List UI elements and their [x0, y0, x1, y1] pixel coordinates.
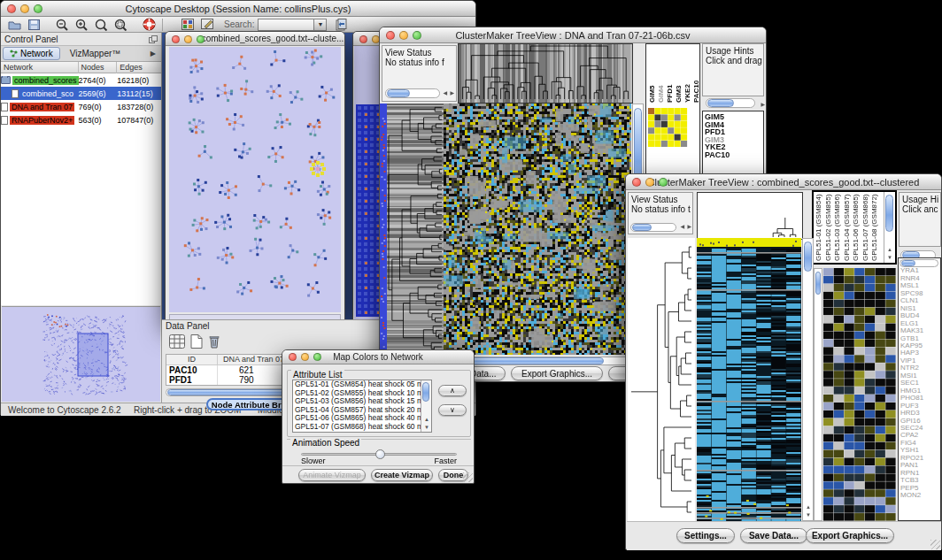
attribute-list-item[interactable]: GPL51-07 (GSM868) heat shock 60 min	[293, 423, 431, 432]
treeview2-titlebar[interactable]: ClusterMaker TreeView : combined_scores_…	[626, 174, 941, 190]
tv2-column-label[interactable]: GPL51-08 (GSM872)	[870, 192, 880, 261]
tab-network[interactable]: Network	[3, 47, 60, 60]
tv2-status-scrollbar[interactable]	[630, 223, 676, 232]
tv2-vscrollbar[interactable]: ▲ ▼	[802, 238, 814, 521]
scroll-left-arrow[interactable]: ◀	[680, 222, 684, 231]
tv2-column-label[interactable]: GPL51-07 (GSM868)	[861, 192, 871, 261]
search-dropdown-button[interactable]: ▼	[314, 19, 327, 31]
minimize-button[interactable]	[399, 31, 408, 40]
zoom-in-icon[interactable]	[72, 17, 91, 33]
tab-overflow-arrow[interactable]: ▶	[151, 50, 159, 58]
scroll-right-arrow[interactable]: ▶	[687, 222, 691, 231]
treeview1-titlebar[interactable]: ClusterMaker TreeView : DNA and Tran 07-…	[380, 27, 766, 43]
tv2-save-data-button[interactable]: Save Data...	[740, 528, 807, 543]
gene-list-hscrollbar[interactable]	[900, 259, 938, 267]
network-table-row[interactable]: combined_scores 2764(0) 16218(0)	[1, 73, 161, 87]
zoom-button[interactable]	[34, 4, 42, 13]
tv1-global-strip[interactable]	[380, 104, 387, 355]
tv2-mini-vscrollbar[interactable]	[814, 268, 822, 521]
resize-grip[interactable]	[463, 472, 473, 482]
move-up-button[interactable]: ∧	[438, 385, 467, 396]
attribute-list-scrollbar[interactable]: ▲ ▼	[421, 380, 431, 432]
tv2-labels-vscrollbar[interactable]: ▲ ▼	[884, 192, 895, 263]
tv1-column-label[interactable]: GIM4	[657, 44, 666, 103]
animate-vizmap-button[interactable]: Animate Vizmap	[298, 469, 366, 481]
minimize-button[interactable]	[301, 353, 309, 361]
network1-titlebar[interactable]: combined_scores_good.txt--cluste...	[166, 32, 344, 46]
scroll-down-arrow[interactable]: ▼	[887, 253, 892, 262]
minimize-button[interactable]	[20, 4, 29, 13]
tv2-column-label[interactable]: GPL51-01 (GSM854)	[815, 192, 824, 261]
close-button[interactable]	[386, 31, 395, 40]
zoom-fit-icon[interactable]	[91, 17, 111, 33]
tv2-column-label[interactable]: GPL51-02 (GSM855)	[824, 192, 834, 261]
zoom-region-icon[interactable]	[111, 17, 130, 33]
tv2-column-dendrogram[interactable]	[697, 192, 803, 240]
id-column-header[interactable]: ID	[166, 355, 218, 364]
zoom-out-icon[interactable]	[52, 17, 72, 33]
resize-grip[interactable]	[930, 540, 940, 549]
move-down-button[interactable]: ∨	[438, 404, 467, 416]
zoom-button[interactable]	[313, 353, 321, 361]
minimize-button[interactable]	[184, 35, 192, 43]
import-icon[interactable]	[332, 17, 351, 33]
map-colors-titlebar[interactable]: Map Colors to Network	[282, 350, 474, 364]
tv2-export-graphics-button[interactable]: Export Graphics...	[806, 528, 894, 543]
tv1-heatmap[interactable]	[444, 104, 631, 355]
open-folder-icon[interactable]	[4, 17, 24, 33]
tv2-zoom-heatmap[interactable]	[823, 268, 896, 521]
network-canvas[interactable]	[169, 47, 341, 312]
view-status-scrollbar[interactable]	[385, 88, 440, 98]
cytoscape-titlebar[interactable]: Cytoscape Desktop (Session Name: collins…	[1, 1, 475, 17]
gene-label[interactable]: MON2	[900, 492, 940, 499]
network-table-row[interactable]: RNAPuberNov2+ 563(0) 107847(0)	[1, 113, 161, 127]
close-button[interactable]	[7, 4, 16, 13]
delete-attribute-icon[interactable]	[208, 334, 220, 352]
save-icon[interactable]	[24, 17, 43, 33]
close-button[interactable]	[632, 178, 641, 187]
scroll-right-arrow[interactable]: ▶	[761, 100, 765, 109]
tv1-column-label[interactable]: GIM3	[675, 44, 683, 103]
tv2-column-label[interactable]: GPL51-03 (GSM856)	[833, 192, 843, 261]
vizmapper-icon[interactable]	[178, 17, 197, 33]
tv2-column-label[interactable]: GPL51-06 (GSM865)	[852, 192, 861, 261]
tv1-row-label[interactable]: PAC10	[705, 151, 763, 159]
create-vizmap-button[interactable]: Create Vizmap	[371, 469, 433, 481]
tv1-column-label[interactable]: PAC10	[692, 44, 701, 103]
help-ring-icon[interactable]	[139, 17, 158, 33]
network-table-row[interactable]: DNA and Tran 07 769(0) 183728(0)	[1, 100, 161, 113]
zoom-button[interactable]	[659, 178, 668, 187]
tv2-settings-button[interactable]: Settings...	[676, 528, 735, 543]
tv2-column-label[interactable]: GPL51-04 (GSM857)	[843, 192, 853, 261]
new-attribute-icon[interactable]	[190, 334, 203, 352]
minimize-button[interactable]	[645, 178, 654, 187]
scroll-down-arrow[interactable]: ▼	[806, 510, 811, 519]
scroll-right-arrow[interactable]: ▶	[450, 88, 454, 97]
close-button[interactable]	[359, 35, 367, 43]
tv1-column-label[interactable]: YKE2	[683, 44, 692, 103]
tv2-heatmap[interactable]	[697, 238, 801, 521]
tv1-export-graphics-button[interactable]: Export Graphics...	[511, 366, 603, 380]
search-input[interactable]	[258, 19, 314, 31]
tv1-column-label[interactable]: GIM5	[648, 44, 657, 103]
slider-thumb[interactable]	[375, 449, 385, 459]
close-button[interactable]	[172, 35, 180, 43]
zoom-button[interactable]	[413, 31, 421, 40]
close-button[interactable]	[289, 353, 297, 361]
scroll-down-arrow[interactable]: ▼	[424, 423, 429, 432]
birds-eye-canvas[interactable]	[2, 307, 160, 402]
tv1-row-dendrogram[interactable]	[387, 104, 444, 355]
float-panel-icon[interactable]	[149, 31, 158, 47]
annotation-icon[interactable]	[197, 17, 217, 33]
tab-vizmapper[interactable]: VizMapper™	[64, 48, 127, 59]
tv2-row-dendrogram[interactable]	[628, 238, 695, 521]
tv1-usage-scrollbar[interactable]: ▶	[706, 98, 755, 108]
scroll-left-arrow[interactable]: ◀	[443, 88, 447, 97]
tv1-column-label[interactable]: PFD1	[666, 44, 675, 103]
attribute-table-icon[interactable]	[169, 334, 185, 352]
network-table-row[interactable]: combined_sco 2569(6) 13112(15)	[1, 87, 161, 100]
tv1-column-dendrogram[interactable]	[458, 43, 633, 104]
zoom-button[interactable]	[197, 35, 205, 43]
birds-eye-view[interactable]	[2, 306, 160, 402]
tv1-mini-heatmap[interactable]	[648, 108, 688, 147]
